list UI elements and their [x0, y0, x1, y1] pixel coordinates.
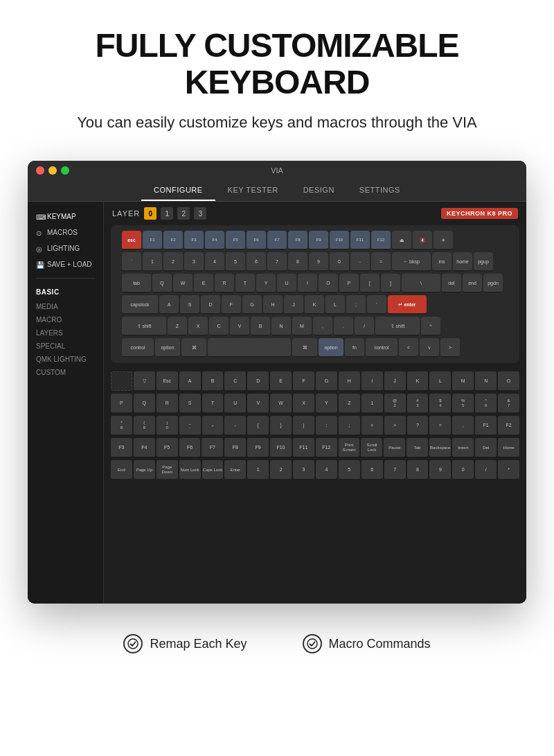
- kc-z[interactable]: Z: [339, 394, 360, 413]
- kc-b[interactable]: B: [202, 371, 224, 391]
- key-minus[interactable]: -: [350, 252, 370, 272]
- key-w[interactable]: W: [173, 274, 193, 293]
- kc-o[interactable]: O: [498, 371, 519, 391]
- kc-num7[interactable]: 7: [384, 460, 406, 480]
- sidebar-item-lighting[interactable]: ◎ LIGHTING: [28, 240, 103, 256]
- kc-scroll-lock[interactable]: Scroll Lock: [361, 438, 382, 457]
- sidebar-item-special[interactable]: SPECIAL: [28, 340, 103, 353]
- sidebar-item-keymap[interactable]: ⌨ KEYMAP: [28, 209, 103, 225]
- kc-pgup2[interactable]: Page Up: [134, 460, 155, 480]
- kc-enter2[interactable]: Enter: [224, 460, 246, 480]
- key-pgup[interactable]: pgup: [474, 252, 493, 272]
- sidebar-item-macro[interactable]: MACRO: [28, 313, 103, 326]
- kc-gt[interactable]: >: [384, 416, 406, 435]
- key-shift-right[interactable]: ⇧ shift: [375, 317, 420, 336]
- kc-num6[interactable]: 6: [361, 460, 383, 480]
- key-1[interactable]: 1: [143, 252, 162, 272]
- kc-e[interactable]: E: [270, 371, 292, 391]
- kc-6[interactable]: ^6: [475, 394, 497, 413]
- kc-num4[interactable]: 4: [316, 460, 337, 480]
- key-f5[interactable]: F5: [226, 231, 245, 250]
- key-shift-left[interactable]: ⇧ shift: [122, 317, 166, 336]
- key-right[interactable]: >: [440, 338, 460, 358]
- kc-m[interactable]: M: [452, 371, 474, 391]
- key-comma[interactable]: ,: [313, 317, 332, 336]
- kc-del2[interactable]: Del: [475, 438, 497, 457]
- key-5[interactable]: 5: [226, 252, 245, 272]
- key-f3[interactable]: F3: [184, 231, 204, 250]
- kc-num2[interactable]: 2: [270, 460, 292, 480]
- key-pgdn[interactable]: pgdn: [483, 274, 503, 293]
- kc-comma2[interactable]: ,: [452, 416, 474, 435]
- key-up[interactable]: ^: [421, 317, 440, 336]
- kc-tab2[interactable]: Tab: [406, 438, 428, 457]
- kc-y[interactable]: Y: [316, 394, 337, 413]
- layer-1-btn[interactable]: 1: [161, 207, 173, 220]
- kc-r[interactable]: R: [157, 394, 178, 413]
- key-7[interactable]: 7: [267, 252, 287, 272]
- key-enter[interactable]: ↵ enter: [388, 295, 427, 315]
- key-f6[interactable]: F6: [247, 231, 266, 250]
- kc-num0[interactable]: 0: [452, 460, 474, 480]
- key-ctrl-left[interactable]: control: [122, 338, 154, 358]
- kc-question[interactable]: ?: [407, 416, 429, 435]
- key-j[interactable]: J: [284, 295, 303, 315]
- key-brightness[interactable]: ☀: [434, 231, 453, 250]
- kc-f4c[interactable]: F4: [134, 438, 155, 457]
- kc-semicolon2[interactable]: ;: [339, 416, 360, 435]
- kc-num9[interactable]: 9: [429, 460, 451, 480]
- tab-configure[interactable]: CONFIGURE: [141, 180, 215, 201]
- key-2[interactable]: 2: [163, 252, 183, 272]
- kc-numlock[interactable]: Num Lock: [179, 460, 201, 480]
- key-down[interactable]: v: [420, 338, 439, 358]
- kc-num3[interactable]: 3: [293, 460, 314, 480]
- kc-capslock2[interactable]: Caps Lock: [202, 460, 224, 480]
- key-f8[interactable]: F8: [288, 231, 307, 250]
- key-r[interactable]: R: [215, 274, 234, 293]
- layer-3-btn[interactable]: 3: [194, 207, 206, 220]
- key-option-right[interactable]: option: [319, 338, 343, 358]
- key-e[interactable]: E: [194, 274, 213, 293]
- key-del[interactable]: del: [442, 274, 461, 293]
- key-6[interactable]: 6: [247, 252, 266, 272]
- kc-i[interactable]: I: [361, 371, 383, 391]
- kc-a[interactable]: A: [179, 371, 201, 391]
- kc-lt[interactable]: <: [361, 416, 383, 435]
- key-f2[interactable]: F2: [163, 231, 183, 250]
- key-o[interactable]: O: [319, 274, 338, 293]
- key-f7[interactable]: F7: [267, 231, 287, 250]
- kc-5[interactable]: %5: [452, 394, 474, 413]
- kc-lparen[interactable]: (9: [134, 416, 155, 435]
- kc-n[interactable]: N: [475, 371, 497, 391]
- key-l[interactable]: L: [325, 295, 345, 315]
- kc-insert[interactable]: Insert: [452, 438, 474, 457]
- key-f[interactable]: F: [222, 295, 241, 315]
- kc-f5c[interactable]: F5: [157, 438, 178, 457]
- kc-q[interactable]: Q: [134, 394, 155, 413]
- kc-nabla[interactable]: ▽: [134, 371, 155, 391]
- layer-2-btn[interactable]: 2: [177, 207, 190, 220]
- sidebar-item-custom[interactable]: CUSTOM: [28, 366, 103, 379]
- tab-key-tester[interactable]: KEY TESTER: [215, 180, 291, 201]
- kc-num8[interactable]: 8: [407, 460, 429, 480]
- key-f10[interactable]: F10: [330, 231, 349, 250]
- key-3[interactable]: 3: [184, 252, 204, 272]
- key-rbracket[interactable]: ]: [381, 274, 400, 293]
- kc-1[interactable]: 1: [361, 394, 383, 413]
- kc-2[interactable]: @2: [384, 394, 406, 413]
- kc-f9c[interactable]: F9: [247, 438, 269, 457]
- key-y[interactable]: Y: [256, 274, 276, 293]
- layer-0-active[interactable]: 0: [144, 207, 157, 220]
- key-f11[interactable]: F11: [350, 231, 370, 250]
- key-ins[interactable]: ins: [432, 252, 452, 272]
- key-f1[interactable]: F1: [143, 231, 162, 250]
- kc-f12c[interactable]: F12: [316, 438, 337, 457]
- key-f9[interactable]: F9: [309, 231, 328, 250]
- kc-l[interactable]: L: [429, 371, 451, 391]
- key-period[interactable]: .: [334, 317, 353, 336]
- tab-settings[interactable]: SETTINGS: [347, 180, 413, 201]
- key-q[interactable]: Q: [152, 274, 172, 293]
- key-g[interactable]: G: [242, 295, 262, 315]
- key-f4[interactable]: F4: [205, 231, 224, 250]
- kc-f7c[interactable]: F7: [202, 438, 223, 457]
